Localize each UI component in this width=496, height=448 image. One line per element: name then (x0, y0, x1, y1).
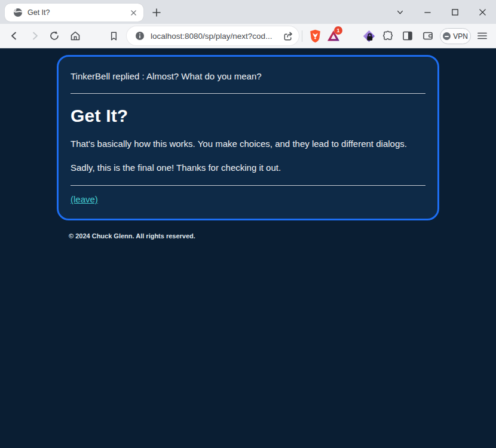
footer-copyright: © 2024 Chuck Glenn. All rights reserved. (57, 232, 496, 240)
globe-icon (13, 8, 23, 17)
share-icon (283, 30, 294, 42)
browser-tab[interactable]: Get It? (5, 4, 143, 22)
wallet-button[interactable] (421, 29, 435, 43)
maximize-icon (451, 8, 459, 16)
chevron-down-icon (396, 8, 404, 16)
home-icon (69, 30, 81, 42)
vpn-label: VPN (453, 32, 468, 41)
forward-button[interactable] (27, 29, 42, 43)
menu-button[interactable] (475, 29, 489, 43)
bookmark-icon (108, 30, 120, 42)
toolbar-separator (302, 30, 302, 42)
share-button[interactable] (283, 30, 294, 42)
tab-strip: Get It? (0, 0, 496, 24)
bookmark-button[interactable] (106, 29, 121, 43)
wallet-icon (422, 30, 434, 42)
maximize-button[interactable] (441, 0, 469, 24)
password-extension-icon[interactable] (362, 29, 376, 43)
dialog-box: TinkerBell replied : Almost? What do you… (57, 55, 439, 220)
reload-icon (48, 30, 60, 42)
paragraph-1: That's basically how this works. You mak… (71, 138, 416, 150)
window-close-button[interactable] (469, 0, 496, 24)
puzzle-icon (382, 30, 394, 42)
page-content: TinkerBell replied : Almost? What do you… (0, 48, 496, 448)
browser-toolbar: localhost:8080/sp/play/next?cod... (0, 24, 496, 48)
minimize-icon (424, 8, 431, 16)
url-text[interactable]: localhost:8080/sp/play/next?cod... (151, 32, 283, 41)
site-info-icon[interactable] (135, 31, 145, 41)
tab-search-button[interactable] (386, 0, 414, 24)
shield-icon (309, 29, 322, 43)
vpn-button[interactable]: VPN (440, 28, 471, 44)
brave-rewards-button[interactable]: 1 (326, 29, 341, 43)
vpn-status-icon (443, 32, 451, 40)
sidebar-button[interactable] (400, 29, 415, 43)
sidebar-icon (402, 30, 414, 42)
back-button[interactable] (7, 29, 22, 43)
leave-link[interactable]: (leave) (71, 194, 98, 204)
brave-shields-button[interactable] (308, 29, 322, 43)
extensions-button[interactable] (381, 29, 395, 43)
paragraph-2: Sadly, this is the final one! Thanks for… (71, 162, 416, 174)
divider-top (71, 93, 425, 94)
rewards-badge: 1 (334, 26, 342, 35)
minimize-button[interactable] (414, 0, 441, 24)
divider-bottom (71, 185, 425, 186)
address-bar[interactable]: localhost:8080/sp/play/next?cod... (127, 26, 299, 45)
tab-title: Get It? (27, 8, 128, 17)
new-tab-button[interactable] (149, 5, 164, 20)
reply-line: TinkerBell replied : Almost? What do you… (71, 71, 425, 81)
chevron-left-icon (8, 30, 20, 42)
purple-diamond-lock-icon (363, 30, 375, 42)
tab-close-icon[interactable] (128, 7, 139, 18)
chevron-right-icon (29, 30, 41, 42)
hamburger-icon (476, 30, 488, 42)
reload-button[interactable] (47, 29, 62, 43)
home-button[interactable] (68, 29, 82, 43)
plus-icon (152, 8, 161, 17)
page-title: Get It? (71, 106, 425, 126)
close-icon (479, 8, 486, 16)
window-controls (386, 0, 496, 24)
